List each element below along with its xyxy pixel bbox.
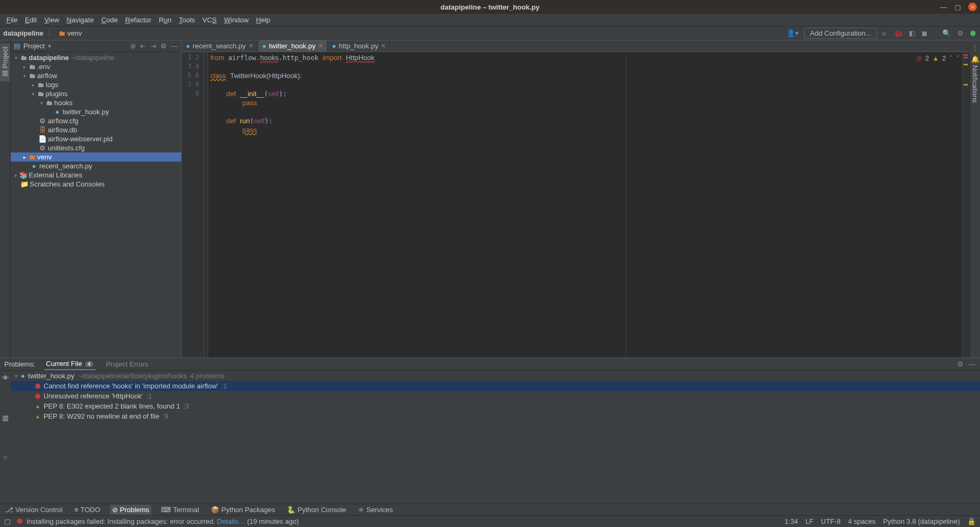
tree-external-libraries[interactable]: ▸📚External Libraries [11,171,181,180]
status-interpreter[interactable]: Python 3.8 (datapipeline) [883,517,960,525]
menu-edit[interactable]: Edit [22,15,40,25]
user-icon[interactable]: 👤▾ [786,29,800,37]
close-icon[interactable]: ✕ [968,3,977,11]
tw-version-control[interactable]: ⎇ Version Control [3,505,65,515]
menu-file[interactable]: File [3,15,21,25]
problem-item[interactable]: ▲ PEP 8: W292 no newline at end of file … [11,411,980,421]
warning-icon: ▲ [35,403,40,409]
status-line-separator[interactable]: LF [805,517,813,525]
problems-tab-current[interactable]: Current File 4 [44,358,96,370]
menu-tools[interactable]: Tools [176,15,198,25]
tab-recent-search[interactable]: ● recent_search.py ✕ [182,40,258,52]
error-stripe[interactable] [962,52,969,358]
project-sidebar: ▤ Project ▾ ⊕ ⇤ ⇥ ⚙ — ▾🖿 datapipeline ~/… [11,40,182,358]
expand-icon[interactable]: ⇥ [150,42,156,50]
tw-python-console[interactable]: 🐍 Python Console [285,505,348,515]
gear-icon[interactable]: ⚙ [160,42,167,50]
tree-webserver-pid[interactable]: 📄airflow-webserver.pid [11,134,181,143]
collapse-icon[interactable]: ⇤ [140,42,146,50]
problem-item[interactable]: Unresolved reference 'HttpHook' :1 [11,391,980,401]
add-configuration-button[interactable]: Add Configuration... [804,28,877,39]
menu-vcs[interactable]: VCS [199,15,220,25]
settings-icon[interactable]: ⚙ [956,29,965,37]
gear-icon[interactable]: ⚙ [957,360,964,368]
tree-airflow[interactable]: ▾🖿airflow [11,71,181,80]
tool-project-tab[interactable]: ▥ Project [0,44,10,81]
tw-problems[interactable]: ⊘ Problems [110,505,151,515]
maximize-icon[interactable]: ▢ [955,3,961,11]
tree-env[interactable]: ▸🖿.env [11,62,181,71]
tree-scratches[interactable]: 📁Scratches and Consoles [11,180,181,189]
view-icon[interactable]: 👁 [2,374,9,382]
tree-recent-search[interactable]: ●recent_search.py [11,162,181,171]
breadcrumb[interactable]: datapipeline 〉 🖿 venv [3,29,82,38]
menu-run[interactable]: Run [156,15,175,25]
status-details-link[interactable]: Details… [217,517,245,525]
project-view-icon: ▤ [14,42,20,50]
editor[interactable]: 1 2 3 4 5 6 7 8 9 from airflow.hooks.htt… [182,52,969,358]
code-content[interactable]: from airflow.hooks.http_hook import Http… [208,52,962,358]
close-tab-icon[interactable]: ✕ [381,42,386,49]
status-icon[interactable]: ▢ [4,517,11,525]
status-message[interactable]: Installing packages failed: Installing p… [17,517,299,525]
problems-file-row[interactable]: ▾ ● twitter_hook.py ~/datapipeline/airfl… [11,371,980,381]
tw-services[interactable]: ⚛ Services [356,505,395,515]
tree-plugins[interactable]: ▾🖿plugins [11,89,181,98]
tree-twitter-hook[interactable]: ●twitter_hook.py [11,107,181,116]
menu-window[interactable]: Window [221,15,252,25]
lock-icon[interactable]: 🔒 [967,517,976,525]
tw-python-packages[interactable]: 📦 Python Packages [209,505,277,515]
close-tab-icon[interactable]: ✕ [318,42,323,49]
menu-view[interactable]: View [41,15,62,25]
tab-twitter-hook[interactable]: ● twitter_hook.py ✕ [258,40,328,52]
tree-airflow-cfg[interactable]: ⚙airflow.cfg [11,116,181,125]
sidebar-title[interactable]: Project [23,42,45,50]
tree-hooks[interactable]: ▾🖿hooks [11,98,181,107]
hide-panel-icon[interactable]: — [969,360,976,368]
run-icon[interactable]: ▶ [881,29,889,37]
error-icon [35,384,40,389]
window-title: datapipeline – twitter_hook.py [440,3,539,11]
tw-todo[interactable]: ≡ TODO [72,505,103,515]
tree-venv[interactable]: ▸🖿venv [11,152,181,162]
ide-icon[interactable]: ⬢ [969,29,977,37]
problems-tab-project[interactable]: Project Errors [104,359,150,370]
menu-navigate[interactable]: Navigate [63,15,97,25]
navbar: datapipeline 〉 🖿 venv 👤▾ Add Configurati… [0,27,980,40]
stop-icon[interactable]: ◼ [921,29,928,37]
filter-icon[interactable]: ≡ [3,454,7,462]
more-icon[interactable]: ⋮ [972,44,978,52]
warning-icon: ▲ [35,413,40,419]
tree-unittests[interactable]: ⚙unittests.cfg [11,143,181,152]
locate-icon[interactable]: ⊕ [130,42,136,50]
menu-refactor[interactable]: Refactor [122,15,155,25]
debug-icon[interactable]: 🐞 [893,29,904,37]
menu-code[interactable]: Code [98,15,121,25]
inspection-up-icon[interactable]: ˄ [949,54,953,62]
minimize-icon[interactable]: — [940,3,947,11]
problem-item[interactable]: ▲ PEP 8: E302 expected 2 blank lines, fo… [11,401,980,411]
hide-icon[interactable]: — [171,42,178,50]
inspection-summary[interactable]: ⊘2 ▲2 ˄ ˅ [916,54,960,62]
layout-icon[interactable]: ▥ [2,414,8,422]
project-tree[interactable]: ▾🖿 datapipeline ~/datapipeline ▸🖿.env ▾🖿… [11,52,181,358]
coverage-icon[interactable]: ◧ [908,29,916,37]
problem-item[interactable]: Cannot find reference 'hooks' in 'import… [11,381,980,391]
tree-root[interactable]: ▾🖿 datapipeline ~/datapipeline [11,53,181,62]
status-indent[interactable]: 4 spaces [848,517,875,525]
python-file-icon: ● [262,42,267,50]
status-position[interactable]: 1:34 [785,517,798,525]
close-tab-icon[interactable]: ✕ [249,42,253,49]
status-encoding[interactable]: UTF-8 [821,517,841,525]
tree-logs[interactable]: ▸🖿logs [11,80,181,89]
search-icon[interactable]: 🔍 [941,29,952,37]
tree-airflow-db[interactable]: 🗄airflow.db [11,125,181,134]
tw-terminal[interactable]: ⌨ Terminal [159,505,201,515]
menu-help[interactable]: Help [253,15,274,25]
fold-gutter[interactable] [204,52,208,358]
dropdown-icon[interactable]: ▾ [48,42,52,50]
statusbar: ▢ Installing packages failed: Installing… [0,515,980,527]
tool-notifications-tab[interactable]: 🔔 Notifications [970,52,980,106]
tab-http-hook[interactable]: ● http_hook.py ✕ [328,40,390,52]
inspection-down-icon[interactable]: ˅ [956,54,960,62]
